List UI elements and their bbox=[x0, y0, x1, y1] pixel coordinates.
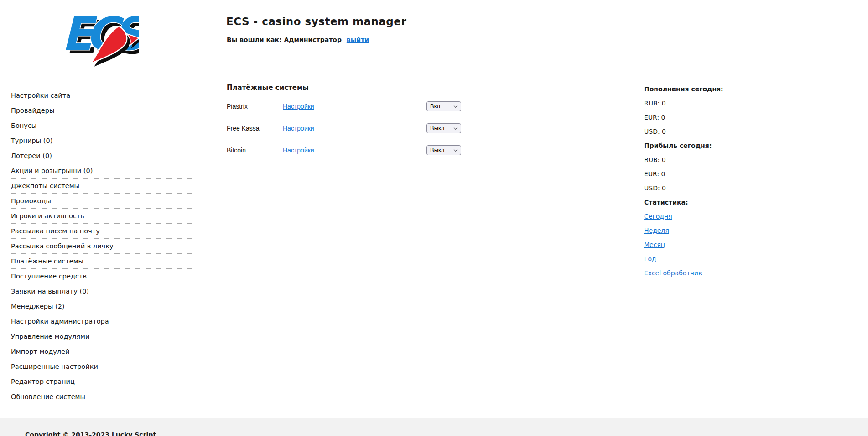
copyright-text: Copyright © 2013-2023 Lucky Script bbox=[25, 431, 156, 436]
payment-row: Bitcoin Настройки Выкл bbox=[227, 141, 619, 159]
sidebar-item[interactable]: Бонусы bbox=[11, 118, 195, 133]
sidebar-item[interactable]: Редактор страниц bbox=[11, 374, 195, 389]
payment-systems-panel: Платёжные системы Piastrix Настройки Вкл… bbox=[227, 84, 619, 163]
sidebar-item[interactable]: Игроки и активность bbox=[11, 209, 195, 224]
profit-today-title: Прибыль сегодня: bbox=[644, 142, 854, 150]
payment-rows: Piastrix Настройки Вкл Free Kassa Настро… bbox=[227, 97, 619, 159]
header-divider bbox=[227, 47, 865, 47]
payment-state-select[interactable]: Вкл bbox=[426, 101, 461, 111]
stats-panel: Пополнения сегодня: RUB: 0EUR: 0USD: 0 П… bbox=[644, 85, 854, 283]
deposits-today-title: Пополнения сегодня: bbox=[644, 85, 854, 94]
deposits-today-values: RUB: 0EUR: 0USD: 0 bbox=[644, 99, 854, 136]
statistics-title: Статистика: bbox=[644, 198, 854, 207]
payment-state-select[interactable]: Выкл bbox=[426, 145, 461, 155]
payment-name: Free Kassa bbox=[227, 125, 283, 132]
payment-settings-link[interactable]: Настройки bbox=[283, 147, 314, 154]
sidebar: Настройки сайта Провайдеры Бонусы Турнир… bbox=[11, 88, 195, 404]
statistics-link[interactable]: Excel обработчик bbox=[644, 269, 702, 277]
statistics-link[interactable]: Год bbox=[644, 255, 656, 263]
sidebar-item[interactable]: Настройки сайта bbox=[11, 88, 195, 103]
payment-state-select-wrap: Выкл bbox=[426, 145, 461, 155]
payment-settings-link[interactable]: Настройки bbox=[283, 125, 314, 132]
payment-row: Piastrix Настройки Вкл bbox=[227, 97, 619, 116]
sidebar-item[interactable]: Поступление средств bbox=[11, 269, 195, 284]
sidebar-item[interactable]: Джекпоты системы bbox=[11, 179, 195, 194]
currency-value: EUR: 0 bbox=[644, 113, 854, 122]
sidebar-item[interactable]: Расширенные настройки bbox=[11, 359, 195, 374]
page-title: ECS - casino system manager bbox=[226, 16, 406, 27]
sidebar-item[interactable]: Управление модулями bbox=[11, 329, 195, 344]
payment-settings-link[interactable]: Настройки bbox=[283, 103, 314, 110]
currency-value: RUB: 0 bbox=[644, 99, 854, 108]
currency-value: EUR: 0 bbox=[644, 170, 854, 179]
payment-name: Bitcoin bbox=[227, 147, 283, 154]
sidebar-item[interactable]: Рассылка сообщений в личку bbox=[11, 239, 195, 254]
login-status: Вы вошли как: Администратор выйти bbox=[227, 36, 369, 44]
ecs-logo: ECS ECS bbox=[61, 7, 139, 67]
payment-state-select-wrap: Вкл bbox=[426, 101, 461, 111]
currency-value: USD: 0 bbox=[644, 184, 854, 193]
footer: Copyright © 2013-2023 Lucky Script bbox=[0, 418, 868, 436]
statistics-link[interactable]: Сегодня bbox=[644, 213, 672, 220]
sidebar-item[interactable]: Настройки администратора bbox=[11, 314, 195, 329]
sidebar-item[interactable]: Платёжные системы bbox=[11, 254, 195, 269]
sidebar-item[interactable]: Импорт модулей bbox=[11, 344, 195, 359]
sidebar-item[interactable]: Лотереи (0) bbox=[11, 148, 195, 163]
payment-systems-heading: Платёжные системы bbox=[227, 84, 619, 92]
sidebar-item[interactable]: Турниры (0) bbox=[11, 133, 195, 148]
login-status-text: Вы вошли как: Администратор bbox=[227, 36, 342, 43]
payment-row: Free Kassa Настройки Выкл bbox=[227, 119, 619, 137]
statistics-link[interactable]: Месяц bbox=[644, 241, 665, 248]
main-stats-divider bbox=[634, 77, 634, 406]
sidebar-main-divider bbox=[218, 77, 218, 406]
logout-link[interactable]: выйти bbox=[347, 36, 369, 43]
payment-state-select-wrap: Выкл bbox=[426, 123, 461, 133]
sidebar-item[interactable]: Менеджеры (2) bbox=[11, 299, 195, 314]
sidebar-item[interactable]: Рассылка писем на почту bbox=[11, 224, 195, 239]
payment-state-select[interactable]: Выкл bbox=[426, 123, 461, 133]
statistics-links: СегодняНеделяМесяцГодExcel обработчик bbox=[644, 212, 854, 278]
payment-name: Piastrix bbox=[227, 103, 283, 110]
currency-value: RUB: 0 bbox=[644, 156, 854, 164]
sidebar-item[interactable]: Заявки на выплату (0) bbox=[11, 284, 195, 299]
sidebar-item[interactable]: Промокоды bbox=[11, 194, 195, 209]
sidebar-item[interactable]: Обновление системы bbox=[11, 389, 195, 404]
sidebar-item[interactable]: Акции и розыгрыши (0) bbox=[11, 163, 195, 179]
statistics-link[interactable]: Неделя bbox=[644, 227, 669, 234]
profit-today-values: RUB: 0EUR: 0USD: 0 bbox=[644, 156, 854, 193]
sidebar-item[interactable]: Провайдеры bbox=[11, 103, 195, 118]
currency-value: USD: 0 bbox=[644, 127, 854, 136]
